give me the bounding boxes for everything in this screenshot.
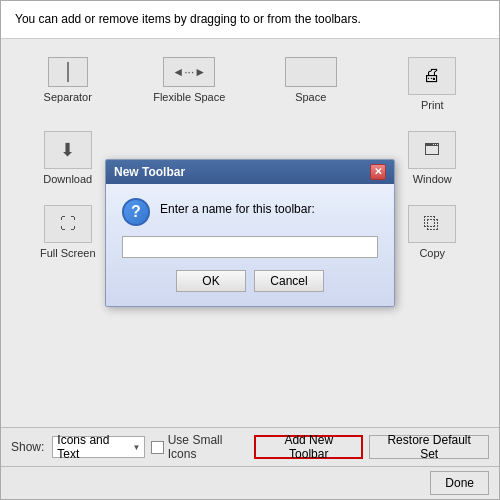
instruction-bar: You can add or remove items by dragging …	[1, 1, 499, 39]
dialog-titlebar: New Toolbar ✕	[106, 160, 394, 184]
show-dropdown[interactable]: Icons and Text ▼	[52, 436, 145, 458]
small-icons-option[interactable]: Use Small Icons	[151, 433, 248, 461]
main-container: You can add or remove items by dragging …	[0, 0, 500, 500]
add-new-toolbar-button[interactable]: Add New Toolbar	[254, 435, 363, 459]
toolbar-name-input[interactable]	[122, 236, 378, 258]
dialog-title: New Toolbar	[114, 165, 185, 179]
dialog-buttons: OK Cancel	[122, 270, 378, 292]
dialog-close-button[interactable]: ✕	[370, 164, 386, 180]
show-label: Show:	[11, 440, 44, 454]
dialog-ok-button[interactable]: OK	[176, 270, 246, 292]
done-row: Done	[1, 466, 499, 499]
close-icon: ✕	[374, 166, 382, 177]
show-dropdown-value: Icons and Text	[57, 433, 128, 461]
instruction-text: You can add or remove items by dragging …	[15, 12, 361, 26]
restore-default-button[interactable]: Restore Default Set	[369, 435, 489, 459]
chevron-down-icon: ▼	[133, 443, 141, 452]
bottom-bar: Show: Icons and Text ▼ Use Small Icons A…	[1, 427, 499, 466]
dialog-prompt: Enter a name for this toolbar:	[160, 198, 315, 216]
dialog-cancel-button[interactable]: Cancel	[254, 270, 324, 292]
new-toolbar-dialog: New Toolbar ✕ ? Enter a name for this to…	[105, 159, 395, 307]
dialog-content-row: ? Enter a name for this toolbar:	[122, 198, 378, 226]
question-icon: ?	[122, 198, 150, 226]
dialog-overlay: New Toolbar ✕ ? Enter a name for this to…	[1, 39, 499, 427]
small-icons-checkbox[interactable]	[151, 441, 163, 454]
done-button[interactable]: Done	[430, 471, 489, 495]
dialog-body: ? Enter a name for this toolbar: OK Canc…	[106, 184, 394, 306]
small-icons-label: Use Small Icons	[168, 433, 249, 461]
toolbar-items-area: Separator ◄···► Flexible Space Space 🖨 P…	[1, 39, 499, 427]
